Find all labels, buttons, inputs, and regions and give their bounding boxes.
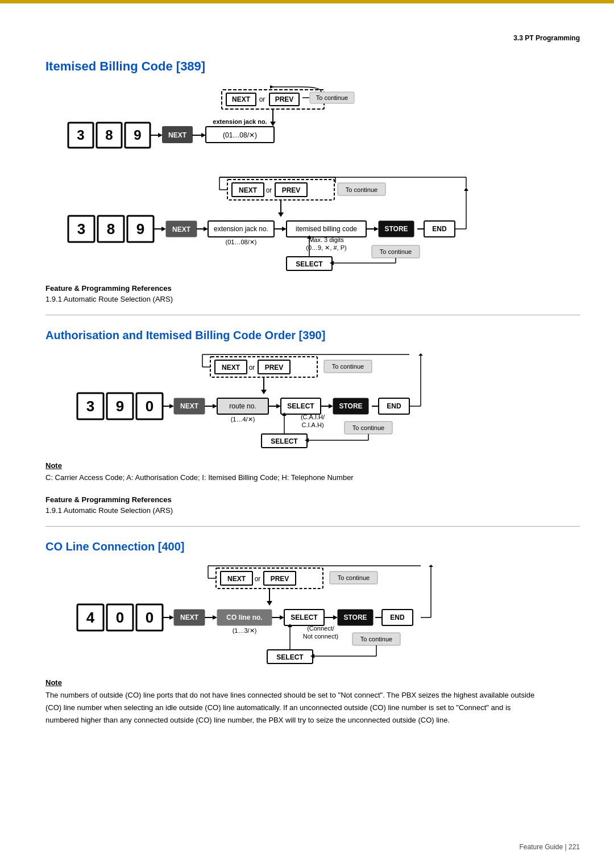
svg-text:9: 9 [136,220,144,237]
svg-text:To continue: To continue [332,363,364,370]
svg-text:(01…08/✕): (01…08/✕) [226,239,257,245]
svg-text:NEXT: NEXT [180,402,199,410]
diagram-1-svg: NEXT or PREV To continue 3 [57,84,523,175]
svg-text:SELECT: SELECT [291,614,318,621]
svg-text:STORE: STORE [339,402,362,410]
svg-marker-19 [158,133,163,137]
svg-marker-23 [201,133,206,137]
svg-text:CO line no.: CO line no. [226,614,262,621]
svg-marker-53 [204,227,208,231]
svg-text:0: 0 [116,609,124,626]
page-header-text: 3.3 PT Programming [513,34,580,42]
svg-text:NEXT: NEXT [232,95,251,103]
svg-marker-97 [261,390,267,394]
svg-marker-81 [464,187,468,191]
diagram-3-svg: NEXT or PREV To continue 4 [68,564,534,666]
svg-text:4: 4 [86,609,95,626]
svg-text:To continue: To continue [346,186,377,193]
section3-note-text: The numbers of outside (CO) line ports t… [45,689,546,727]
svg-text:itemised billing code: itemised billing code [296,225,357,233]
svg-text:or: or [266,186,272,194]
svg-text:extension jack no.: extension jack no. [213,118,267,125]
svg-text:NEXT: NEXT [168,131,187,139]
svg-marker-61 [374,227,379,231]
footer-text: Feature Guide | 221 [519,843,580,851]
svg-text:or: or [255,575,261,583]
section1-feature-ref-title: Feature & Programming References [45,284,580,293]
svg-text:PREV: PREV [275,95,294,103]
svg-marker-162 [213,615,217,620]
svg-marker-117 [329,404,333,408]
section1-feature-ref-text: 1.9.1 Automatic Route Selection (ARS) [45,295,580,303]
diagram-1: NEXT or PREV To continue 3 [45,84,580,272]
svg-marker-41 [278,212,284,217]
svg-text:NEXT: NEXT [222,364,240,372]
section2-feature-ref-text: 1.9.1 Automatic Route Selection (ARS) [45,506,580,515]
svg-text:(01…08/✕): (01…08/✕) [223,131,257,139]
page-header: 3.3 PT Programming [45,23,580,42]
diagram-1-clean: NEXT or PREV To continue [57,175,546,272]
svg-text:NEXT: NEXT [239,186,258,194]
svg-text:(1…3/✕): (1…3/✕) [233,627,257,634]
svg-text:PREV: PREV [282,186,301,194]
svg-marker-113 [276,404,281,408]
divider-2 [45,526,580,527]
svg-text:(Connect/: (Connect/ [307,625,335,632]
divider-1 [45,315,580,315]
svg-text:3: 3 [77,127,84,143]
section1-title: Itemised Billing Code [389] [45,59,580,74]
svg-text:9: 9 [116,398,124,415]
svg-text:END: END [390,614,405,621]
section3-title: CO Line Connection [400] [45,540,580,553]
svg-text:(C.A.I.H/: (C.A.I.H/ [301,414,325,420]
svg-marker-57 [282,227,287,231]
section-itemised-billing: Itemised Billing Code [389] NEXT or PREV [45,59,580,303]
page-footer: Feature Guide | 221 [519,843,580,851]
svg-marker-170 [333,615,338,620]
section3-note-title: Note [45,678,580,687]
svg-text:STORE: STORE [343,614,367,621]
diagram-2-svg: NEXT or PREV To continue 3 [68,352,534,449]
svg-text:(1…4/✕): (1…4/✕) [231,416,255,423]
svg-text:PREV: PREV [265,364,284,372]
svg-text:SELECT: SELECT [276,653,304,661]
svg-text:route no.: route no. [229,402,256,410]
section2-note-text: C: Carrier Access Code; A: Authorisation… [45,472,580,484]
svg-text:NEXT: NEXT [172,226,191,233]
svg-text:STORE: STORE [384,225,408,233]
svg-text:NEXT: NEXT [180,614,199,621]
svg-text:To continue: To continue [380,248,412,255]
svg-marker-11 [270,85,274,89]
svg-text:SELECT: SELECT [296,260,323,268]
header-bar [0,0,614,3]
svg-text:C.I.A.H): C.I.A.H) [301,422,323,428]
section-auth-itemised: Authorisation and Itemised Billing Code … [45,329,580,515]
svg-marker-105 [169,404,174,408]
section2-note-title: Note [45,461,580,470]
svg-text:0: 0 [146,609,154,626]
svg-marker-166 [280,615,284,620]
svg-text:Not connect): Not connect) [303,633,338,640]
svg-text:END: END [387,402,401,410]
svg-marker-150 [267,601,272,606]
section2-title: Authorisation and Itemised Billing Code … [45,329,580,342]
svg-text:0: 0 [146,398,154,415]
svg-marker-49 [161,227,166,231]
svg-text:SELECT: SELECT [287,402,314,410]
svg-text:Max. 3 digits: Max. 3 digits [309,236,344,243]
svg-text:END: END [432,225,447,233]
svg-text:SELECT: SELECT [271,437,298,445]
section-co-line: CO Line Connection [400] NEXT or PREV To… [45,540,580,727]
svg-marker-109 [213,404,217,408]
svg-marker-137 [418,353,423,356]
svg-text:PREV: PREV [271,575,289,583]
svg-text:To continue: To continue [352,424,384,431]
svg-text:9: 9 [134,127,141,143]
svg-text:3: 3 [77,220,85,237]
svg-text:3: 3 [86,398,94,415]
section2-feature-ref-title: Feature & Programming References [45,495,580,504]
svg-text:extension jack no.: extension jack no. [214,225,268,233]
diagram-2: NEXT or PREV To continue 3 [45,352,580,449]
svg-text:8: 8 [105,127,113,143]
svg-text:or: or [249,364,255,372]
